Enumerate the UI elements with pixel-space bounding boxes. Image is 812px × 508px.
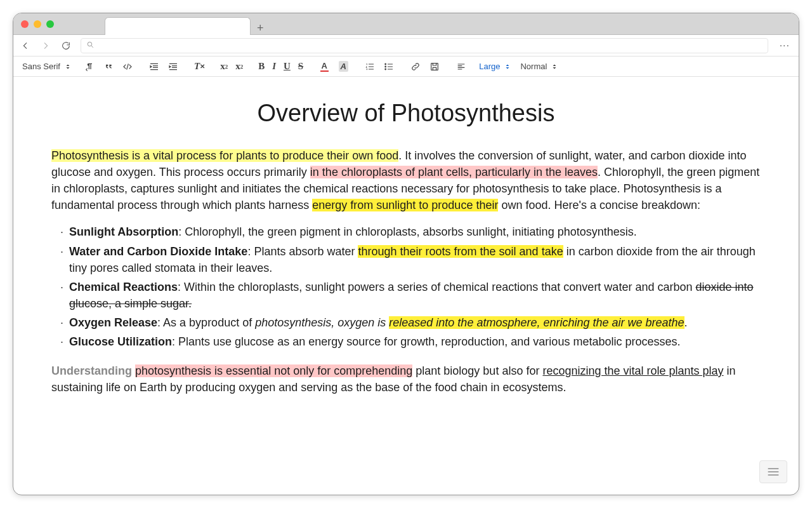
outdent-button[interactable]: [147, 59, 162, 74]
back-button[interactable]: [20, 40, 31, 51]
blockquote-button[interactable]: [101, 59, 116, 74]
bold-button[interactable]: B: [256, 59, 266, 74]
browser-window: + ··· Sans Serif: [13, 13, 799, 495]
svg-rect-4: [431, 63, 438, 70]
tabstrip: +: [105, 13, 264, 34]
browser-tab[interactable]: [105, 17, 251, 35]
link-button[interactable]: [408, 59, 423, 74]
forward-button[interactable]: [40, 40, 51, 51]
chevron-up-down-icon: [504, 63, 511, 70]
svg-point-0: [88, 42, 92, 46]
svg-point-2: [385, 66, 386, 67]
svg-point-1: [385, 64, 386, 65]
heading-label: Normal: [520, 62, 547, 71]
list-item: Chemical Reactions: Within the chloropla…: [69, 277, 761, 313]
editor-toolbar: Sans Serif T✕ x2 x2 B I U S A A: [13, 57, 799, 77]
align-button[interactable]: [454, 59, 469, 74]
text-direction-button[interactable]: [82, 59, 97, 74]
highlight-span: energy from sunlight to produce their: [312, 199, 498, 211]
titlebar: +: [13, 13, 799, 35]
ordered-list-button[interactable]: [362, 59, 377, 74]
highlight-span: released into the atmosphere, enriching …: [389, 316, 684, 329]
italic-button[interactable]: I: [270, 59, 278, 74]
intro-paragraph: Photosynthesis is a vital process for pl…: [51, 147, 761, 213]
url-bar[interactable]: [81, 38, 768, 53]
new-tab-button[interactable]: +: [257, 22, 264, 34]
menu-toggle-button[interactable]: [759, 460, 787, 483]
font-family-label: Sans Serif: [22, 62, 60, 71]
navbar: ···: [13, 35, 799, 57]
clear-format-button[interactable]: T✕: [192, 59, 207, 74]
superscript-button[interactable]: x2: [233, 59, 245, 74]
breakdown-list: Sunlight Absorption: Chlorophyll, the gr…: [51, 222, 761, 351]
maximize-window-button[interactable]: [46, 20, 54, 28]
close-window-button[interactable]: [21, 20, 29, 28]
font-family-picker[interactable]: Sans Serif: [20, 60, 74, 72]
list-item: Glucose Utilization: Plants use glucose …: [69, 332, 761, 351]
search-icon: [86, 40, 95, 51]
underline-button[interactable]: U: [282, 59, 292, 74]
editor-content[interactable]: Overview of Photosynthesis Photosynthesi…: [13, 77, 799, 495]
strike-button[interactable]: S: [296, 59, 305, 74]
font-size-label: Large: [479, 62, 500, 71]
highlight-span: photosynthesis is essential not only for…: [135, 364, 412, 377]
font-size-picker[interactable]: Large: [476, 60, 514, 72]
bullet-list-button[interactable]: [381, 59, 396, 74]
highlight-span: in the chloroplasts of plant cells, part…: [310, 166, 598, 178]
window-controls: [21, 20, 54, 28]
closing-paragraph: Understanding photosynthesis is essentia…: [51, 363, 761, 396]
page-title: Overview of Photosynthesis: [51, 96, 761, 131]
text-color-button[interactable]: A: [317, 59, 332, 74]
chevron-up-down-icon: [64, 63, 72, 70]
heading-picker[interactable]: Normal: [518, 60, 561, 72]
svg-point-3: [385, 69, 386, 70]
highlight-color-button[interactable]: A: [336, 59, 351, 74]
hamburger-icon: [767, 467, 780, 476]
more-menu-button[interactable]: ···: [777, 40, 792, 51]
underline-span: recognizing the vital role plants play: [542, 364, 723, 377]
highlight-span: Photosynthesis is a vital process for pl…: [51, 149, 398, 162]
list-item: Oxygen Release: As a byproduct of photos…: [69, 313, 761, 332]
list-item: Water and Carbon Dioxide Intake: Plants …: [69, 242, 761, 277]
highlight-span: through their roots from the soil and ta…: [358, 245, 563, 258]
reload-button[interactable]: [60, 40, 72, 51]
save-button[interactable]: [427, 59, 442, 74]
minimize-window-button[interactable]: [34, 20, 41, 28]
indent-button[interactable]: [166, 59, 181, 74]
code-block-button[interactable]: [120, 59, 135, 74]
chevron-up-down-icon: [551, 63, 558, 70]
list-item: Sunlight Absorption: Chlorophyll, the gr…: [69, 222, 761, 241]
subscript-button[interactable]: x2: [218, 59, 230, 74]
